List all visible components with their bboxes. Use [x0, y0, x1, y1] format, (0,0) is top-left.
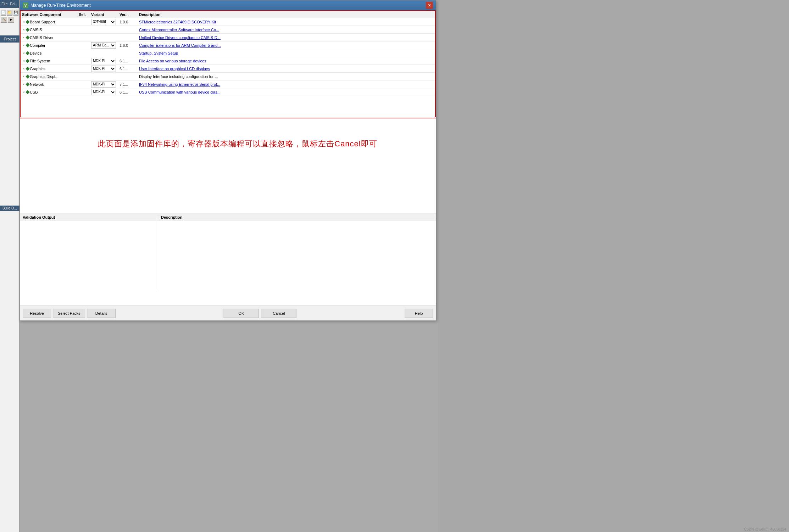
menu-edit[interactable]: Ed... [10, 2, 18, 6]
table-body: × Board Support 32F469I 1.0.0 STMicroele… [20, 18, 436, 117]
variant-select[interactable]: MDK-Pl [91, 89, 116, 95]
bottom-button-bar: Resolve Select Packs Details OK Cancel H… [20, 306, 436, 320]
row-desc[interactable]: STMicroelectronics 32F469IDISCOVERY Kit [139, 20, 434, 24]
row-version: 6.1... [120, 59, 139, 63]
build-icon[interactable]: 🔨 [1, 16, 7, 23]
build-tab: Build O... [0, 206, 20, 211]
diamond-icon [26, 82, 29, 86]
software-component-table: Software Component Sel. Variant Ver... D… [20, 10, 436, 118]
variant-select[interactable]: MDK-Pl [91, 66, 116, 72]
component-name: Compiler [30, 43, 45, 47]
component-name: CMSIS Driver [30, 35, 54, 40]
close-button[interactable]: ✕ [426, 2, 433, 9]
left-sidebar: File Ed... 📄 📁 💾 🔨 ▶ Project Build O... [0, 0, 20, 532]
row-variant: ARM Co... [91, 42, 120, 49]
row-software: × Graphics Displ... [22, 74, 79, 79]
diamond-icon [26, 59, 29, 63]
cancel-button[interactable]: Cancel [261, 309, 296, 318]
table-row: × Network MDK-Pl 7.1... IPv4 Networking … [21, 80, 435, 88]
row-desc[interactable]: Unified Device Drivers compliant to CMSI… [139, 35, 434, 40]
row-desc[interactable]: Compiler Extensions for ARM Compiler 5 a… [139, 43, 434, 47]
diamond-icon [26, 20, 29, 24]
row-software: × CMSIS [22, 28, 79, 32]
expand-icon[interactable]: × [22, 83, 26, 86]
row-desc[interactable]: Cortex Microcontroller Software Interfac… [139, 28, 434, 32]
row-version: 6.1... [120, 67, 139, 71]
diamond-icon [26, 43, 29, 47]
expand-icon[interactable]: × [22, 59, 26, 63]
row-software: × Network [22, 82, 79, 86]
save-icon[interactable]: 💾 [13, 9, 18, 16]
row-desc[interactable]: Startup, System Setup [139, 51, 434, 55]
project-tab[interactable]: Project [0, 35, 20, 43]
dialog-icon: V [23, 2, 28, 8]
row-desc[interactable]: IPv4 Networking using Ethernet or Serial… [139, 82, 434, 86]
details-button[interactable]: Details [87, 309, 116, 318]
row-version: 7.1... [120, 82, 139, 86]
component-name: USB [30, 90, 38, 94]
build-tab-label[interactable]: Build O... [0, 206, 20, 211]
row-software: × File System [22, 59, 79, 63]
table-row: × File System MDK-Pl 6.1... File Access … [21, 57, 435, 65]
description-label: Description [158, 215, 185, 219]
component-name: Device [30, 51, 42, 55]
row-variant: MDK-Pl [91, 81, 120, 88]
sidebar-menu-bar: File Ed... [0, 0, 19, 8]
row-desc[interactable]: User Interface on graphical LCD displays [139, 67, 434, 71]
variant-select[interactable]: MDK-Pl [91, 58, 116, 64]
diamond-icon [26, 28, 29, 32]
icon-row-2: 🔨 ▶ [1, 16, 18, 23]
header-desc: Description [139, 12, 434, 17]
open-icon[interactable]: 📁 [7, 9, 12, 16]
expand-icon[interactable]: × [22, 28, 26, 32]
table-row: × Graphics Displ... Display Interface in… [21, 73, 435, 80]
menu-file[interactable]: File [1, 2, 8, 6]
new-file-icon[interactable]: 📄 [1, 9, 6, 16]
ok-button[interactable]: OK [223, 309, 259, 318]
diamond-icon [26, 51, 29, 55]
table-row: × CMSIS Cortex Microcontroller Software … [21, 26, 435, 34]
expand-icon[interactable]: × [22, 44, 26, 47]
row-desc[interactable]: File Access on various storage devices [139, 59, 434, 63]
manage-rte-dialog: V Manage Run-Time Environment ✕ Software… [20, 0, 436, 321]
sidebar-icons: 📄 📁 💾 🔨 ▶ [0, 8, 19, 24]
expand-icon[interactable]: × [22, 20, 26, 24]
diamond-icon [26, 74, 29, 78]
row-version: 1.0.0 [120, 20, 139, 24]
diamond-icon [26, 67, 29, 71]
diamond-icon [26, 35, 29, 39]
variant-select[interactable]: MDK-Pl [91, 81, 116, 88]
table-row: × USB MDK-Pl 6.1... USB Communication wi… [21, 88, 435, 96]
row-desc[interactable]: USB Communication with various device cl… [139, 90, 434, 94]
component-name: Graphics [30, 67, 45, 71]
description-pane [158, 221, 436, 291]
row-desc: Display Interface including configuratio… [139, 74, 434, 79]
annotation-text: 此页面是添加固件库的，寄存器版本编程可以直接忽略，鼠标左击Cancel即可 [39, 139, 436, 149]
table-row: × Device Startup, System Setup [21, 49, 435, 57]
row-variant: MDK-Pl [91, 58, 120, 64]
debug-icon[interactable]: ▶ [8, 16, 14, 23]
expand-icon[interactable]: × [22, 75, 26, 78]
expand-icon[interactable]: × [22, 67, 26, 71]
row-version: 1.6.0 [120, 43, 139, 47]
variant-select[interactable]: 32F469I [91, 19, 116, 25]
header-sel: Sel. [79, 12, 91, 17]
select-packs-button[interactable]: Select Packs [53, 309, 85, 318]
component-name: Network [30, 82, 44, 86]
row-software: × Graphics [22, 67, 79, 71]
expand-icon[interactable]: × [22, 90, 26, 94]
row-software: × Board Support [22, 20, 79, 24]
validation-section: Validation Output Description [20, 213, 436, 306]
row-variant: MDK-Pl [91, 89, 120, 95]
expand-icon[interactable]: × [22, 51, 26, 55]
variant-select[interactable]: ARM Co... [91, 42, 116, 49]
table-row: × CMSIS Driver Unified Device Drivers co… [21, 34, 435, 41]
help-button[interactable]: Help [405, 309, 433, 318]
expand-icon[interactable]: × [22, 36, 26, 39]
icon-row-1: 📄 📁 💾 [1, 9, 18, 16]
lower-body [20, 221, 436, 291]
validation-output-pane [20, 221, 158, 291]
header-variant: Variant [91, 12, 120, 17]
dialog-title: Manage Run-Time Environment [30, 3, 424, 8]
resolve-button[interactable]: Resolve [23, 309, 51, 318]
